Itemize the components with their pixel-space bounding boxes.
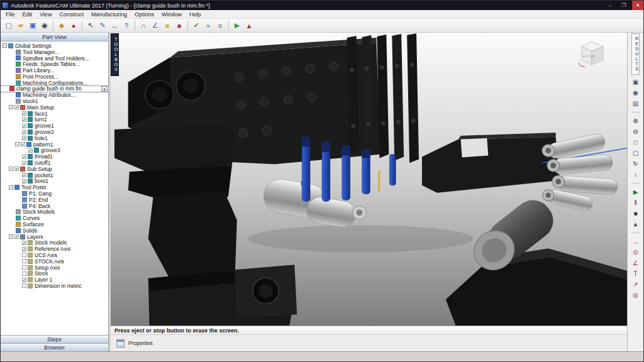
minimize-button[interactable]: – — [604, 1, 616, 10]
help-icon[interactable]: ? — [121, 20, 132, 31]
tree-item-sub-setup[interactable]: −✔Sub Setup — [1, 166, 108, 172]
tree-expander-icon[interactable]: − — [9, 167, 13, 171]
tree-item-solids[interactable]: Solids — [1, 228, 108, 234]
tree-item-p4-back[interactable]: P4: Back — [1, 203, 108, 209]
tree-item-stock1[interactable]: stock1 — [1, 98, 108, 104]
menu-file[interactable]: File — [2, 10, 19, 18]
tree-checkbox[interactable]: ✔ — [22, 247, 26, 251]
tree-checkbox[interactable]: ✔ — [22, 111, 26, 116]
menu-edit[interactable]: Edit — [19, 10, 36, 18]
tree-checkbox[interactable]: ✔ — [22, 118, 26, 122]
tree-item-stock-models[interactable]: ✔Stock models — [1, 240, 108, 246]
measure-distance-icon[interactable]: ↔ — [630, 236, 641, 247]
tree-checkbox[interactable]: ✔ — [22, 161, 26, 165]
viewport-3d[interactable]: TOOLBOX BOTTOM — [111, 33, 627, 326]
annotate-text-icon[interactable]: T — [630, 268, 641, 279]
simulation-eject-icon[interactable]: ▲ — [243, 20, 255, 31]
tree-item-pattern1[interactable]: −✔pattern1 — [1, 141, 108, 148]
select-cursor-icon[interactable]: ↖ — [85, 20, 96, 31]
view-cube-graphic[interactable]: BOTTOM — [578, 39, 606, 68]
tree-item-surfaces[interactable]: Surfaces — [1, 221, 108, 228]
tree-item-tool-posts[interactable]: −Tool Posts — [1, 184, 108, 190]
sim-pause-icon[interactable]: ‖ — [630, 197, 641, 208]
zoom-out-icon[interactable]: ⊖ — [630, 126, 641, 137]
menu-construct[interactable]: Construct — [55, 10, 87, 18]
tree-expander-icon[interactable]: − — [9, 234, 13, 239]
tree-item-stock-models[interactable]: Stock Models — [1, 209, 108, 216]
tree-checkbox[interactable] — [22, 283, 26, 288]
sim-stop-icon[interactable]: ■ — [630, 208, 641, 219]
tree-expander-icon[interactable]: − — [3, 43, 7, 48]
report-view-icon[interactable]: ▤ — [630, 98, 641, 109]
tree-checkbox[interactable]: ✔ — [22, 130, 26, 134]
tree-item-stock-axis[interactable]: STOCK Axis — [1, 258, 108, 265]
annotate-arrow-icon[interactable]: ↗ — [630, 279, 641, 290]
close-button[interactable]: ✕ — [632, 1, 643, 10]
zoom-extents-icon[interactable]: ▢ — [630, 148, 641, 158]
tree-item-feeds-speeds-tables[interactable]: Feeds: Speeds Tables... — [1, 61, 108, 67]
tree-checkbox[interactable] — [22, 265, 26, 270]
pan-view-icon[interactable]: ↕ — [630, 169, 641, 180]
tree-item-groove2[interactable]: ✔groove2 — [1, 129, 108, 135]
view-sphere-icon[interactable]: ◉ — [39, 20, 50, 31]
tree-item-cutoff1[interactable]: ✔cutoff1 — [1, 160, 108, 166]
tree-checkbox[interactable] — [22, 253, 26, 257]
tree-checkbox[interactable]: ✔ — [14, 105, 19, 109]
toolbox-tab[interactable]: TOOLBOX — [111, 33, 119, 76]
tree-item-bore1[interactable]: ✔bore1 — [1, 178, 108, 185]
menu-manufacturing[interactable]: Manufacturing — [87, 10, 131, 18]
tree-item-ucs-axis[interactable]: UCS Axis — [1, 252, 108, 258]
tree-expander-icon[interactable]: − — [9, 105, 13, 109]
tree-item-global-settings[interactable]: −Global Settings — [1, 43, 108, 49]
tree-checkbox[interactable]: ✔ — [21, 142, 25, 146]
rotate-view-icon[interactable]: ↻ — [630, 158, 641, 169]
tree-item-hole1[interactable]: ✔hole1 — [1, 135, 108, 141]
menu-window[interactable]: Window — [158, 10, 186, 18]
measure-angle-icon[interactable]: ∠ — [630, 258, 641, 268]
tree-checkbox[interactable]: ✔ — [22, 136, 26, 140]
tree-checkbox[interactable]: ✔ — [14, 167, 19, 171]
toolpath-icon[interactable]: ≈ — [203, 20, 214, 31]
zoom-window-icon[interactable]: □ — [630, 137, 641, 148]
snapshot-icon[interactable]: ◉ — [630, 87, 641, 98]
zoom-in-icon[interactable]: ⊕ — [630, 116, 641, 126]
tree-item-clamp-guide-bush-in-mm-fm[interactable]: clamp guide bush in mm.fm▼ — [1, 86, 108, 92]
measure-diamond-icon[interactable]: ◆ — [56, 20, 67, 31]
simulation-play-icon[interactable]: ▶ — [231, 20, 243, 31]
results-view-icon[interactable]: ▣ — [630, 77, 641, 87]
browser-panel-button[interactable]: Browser — [1, 343, 108, 351]
tree-item-dimension-in-metric[interactable]: Dimension in metric — [1, 283, 108, 289]
tree-checkbox[interactable]: ✔ — [22, 278, 26, 282]
tree-item-setup-axis[interactable]: Setup Axis — [1, 265, 108, 271]
tree-expander-icon[interactable]: − — [9, 185, 13, 190]
tree-item-groove3[interactable]: ✔groove3 — [1, 148, 108, 154]
tree-item-face1[interactable]: ✔face1 — [1, 111, 108, 117]
feature-check-icon[interactable]: ✔ — [191, 20, 202, 31]
snap-magnet-icon[interactable]: ∩ — [138, 20, 149, 31]
new-document-icon[interactable]: ▢ — [3, 20, 14, 31]
tree-item-post-process[interactable]: Post Process... — [1, 74, 108, 80]
tree-checkbox[interactable]: ✔ — [22, 155, 26, 159]
tree-item-layer-1[interactable]: ✔Layer 1 — [1, 277, 108, 283]
tree-dropdown-arrow[interactable]: ▼ — [101, 86, 108, 92]
tree-item-pocket1[interactable]: ✔pocket1 — [1, 172, 108, 178]
menu-view[interactable]: View — [36, 10, 55, 18]
tree-checkbox[interactable]: ✔ — [22, 124, 26, 128]
tree-item-curves[interactable]: Curves — [1, 215, 108, 221]
view-cube[interactable]: BOTTOM — [578, 39, 606, 70]
tree-item-groove1[interactable]: ✔groove1 — [1, 123, 108, 129]
tree-item-thread1[interactable]: ✔thread1 — [1, 153, 108, 160]
viewport-3d-canvas[interactable] — [111, 33, 627, 326]
stock-simulate-icon[interactable]: ● — [68, 20, 79, 31]
fixture-box-icon[interactable]: ■ — [174, 20, 185, 31]
sim-eject-icon[interactable]: ▲ — [630, 219, 641, 229]
tree-checkbox[interactable]: ✔ — [28, 148, 33, 153]
properties-bar[interactable]: Properties — [111, 334, 627, 351]
tree-item-spindles-and-tool-holders[interactable]: Spindles and Tool Holders... — [1, 55, 108, 62]
results-tab[interactable]: RESULTS — [631, 33, 640, 75]
maximize-button[interactable]: ❐ — [618, 1, 630, 10]
tree-checkbox[interactable]: ✔ — [22, 179, 26, 184]
tree-item-machining-configurations[interactable]: Machining Configurations... — [1, 80, 108, 86]
tree-item-layers[interactable]: −✔Layers — [1, 234, 108, 240]
tree-item-part-library[interactable]: Part Library... — [1, 67, 108, 74]
